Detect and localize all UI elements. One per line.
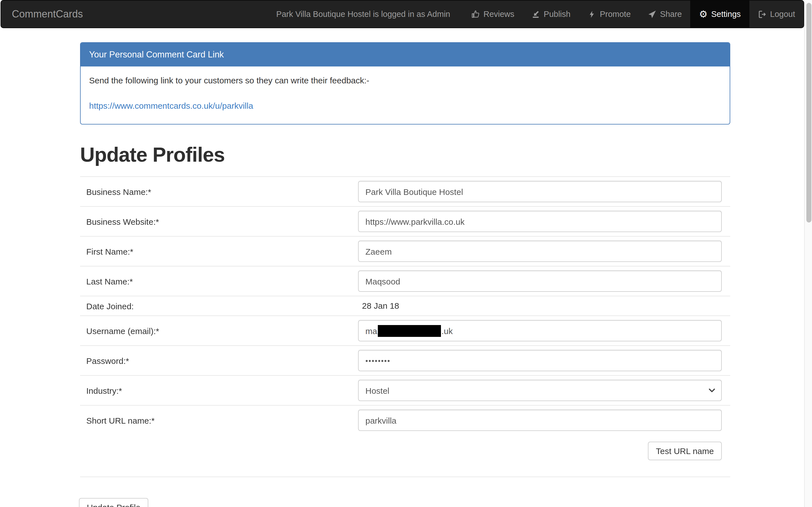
gear-icon: ⚙ [699,10,708,18]
navbar-spacer [91,1,276,27]
nav-item-share[interactable]: Share [639,1,690,27]
page-scrollbar[interactable] [804,0,812,507]
logout-icon [758,10,767,18]
brand-logo[interactable]: CommentCards [1,1,91,27]
industry-select[interactable]: Hostel [358,380,722,401]
last-name-label: Last Name:* [80,276,358,286]
form-row-password: Password:* [80,346,730,376]
nav-label: Publish [544,10,570,18]
password-label: Password:* [80,356,358,365]
password-input[interactable] [358,350,722,371]
date-joined-label: Date Joined: [80,301,358,311]
update-profile-button[interactable]: Update Profile [79,498,148,507]
form-row-date-joined: Date Joined: 28 Jan 18 [80,296,730,316]
short-url-input[interactable] [358,409,722,431]
business-website-input[interactable] [358,211,722,232]
test-url-row: Test URL name [80,435,730,477]
main-content: Your Personal Comment Card Link Send the… [80,28,730,507]
form-row-last-name: Last Name:* [80,267,730,296]
nav-label: Promote [600,10,631,18]
panel-title: Your Personal Comment Card Link [81,43,730,66]
business-name-label: Business Name:* [80,187,358,196]
date-joined-value: 28 Jan 18 [358,301,399,311]
form-row-business-name: Business Name:* [80,177,730,207]
page-title: Update Profiles [80,143,730,177]
nav-label: Logout [770,10,795,18]
username-prefix: ma [365,326,377,335]
username-suffix: .uk [442,326,453,335]
logged-in-status: Park Villa Boutique Hostel is logged in … [276,1,450,27]
nav-label: Share [660,10,682,18]
panel-body: Send the following link to your customer… [81,66,730,124]
first-name-label: First Name:* [80,246,358,256]
nav-item-promote[interactable]: Promote [579,1,639,27]
form-row-business-website: Business Website:* [80,207,730,237]
first-name-input[interactable] [358,240,722,262]
commentcards-app: CommentCards Park Villa Boutique Hostel … [0,0,812,507]
scrollbar-thumb[interactable] [806,3,811,223]
update-profile-form: Business Name:* Business Website:* First… [80,177,730,507]
username-input[interactable]: ma .uk [358,320,722,341]
thumbs-up-icon [471,10,480,18]
short-url-label: Short URL name:* [80,415,358,425]
business-website-label: Business Website:* [80,217,358,226]
lightning-icon [587,10,596,18]
nav-label: Reviews [484,10,515,18]
form-row-short-url: Short URL name:* [80,406,730,435]
form-row-username: Username (email):* ma .uk [80,316,730,346]
comment-card-link[interactable]: https://www.commentcards.co.uk/u/parkvil… [89,101,253,110]
send-icon [648,10,657,18]
test-url-button[interactable]: Test URL name [648,442,722,460]
top-navbar: CommentCards Park Villa Boutique Hostel … [1,0,804,28]
nav-item-publish[interactable]: Publish [523,1,579,27]
industry-label: Industry:* [80,386,358,395]
username-label: Username (email):* [80,326,358,335]
nav-label: Settings [711,10,741,18]
publish-icon [531,10,540,18]
last-name-input[interactable] [358,270,722,292]
nav-item-logout[interactable]: Logout [749,1,804,27]
business-name-input[interactable] [358,181,722,202]
nav-item-reviews[interactable]: Reviews [463,1,523,27]
form-row-industry: Industry:* Hostel [80,376,730,406]
panel-description: Send the following link to your customer… [89,75,721,85]
redaction-box [378,325,441,337]
nav-item-settings[interactable]: ⚙ Settings [690,1,749,27]
form-row-first-name: First Name:* [80,237,730,267]
personal-link-panel: Your Personal Comment Card Link Send the… [80,42,730,124]
